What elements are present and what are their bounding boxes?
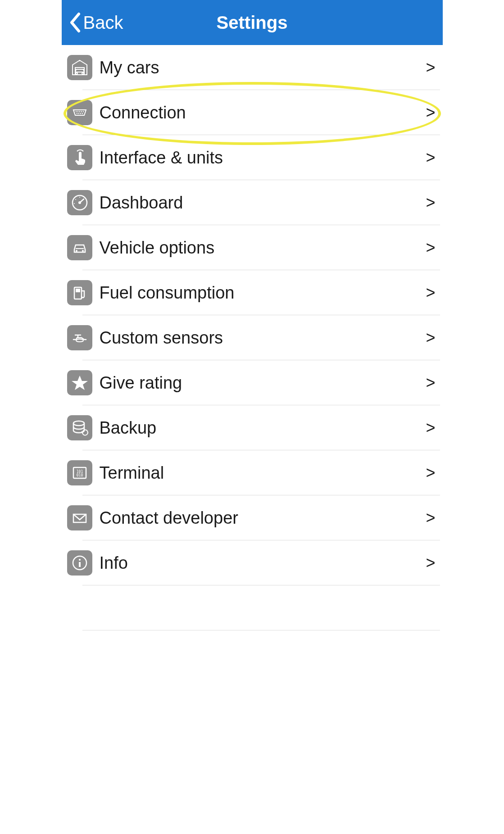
svg-point-8 (82, 113, 82, 114)
svg-point-6 (78, 113, 79, 114)
svg-point-21 (73, 421, 84, 426)
chevron-right-icon: > (426, 58, 438, 77)
row-label: Contact developer (100, 508, 426, 528)
row-terminal[interactable]: 101010 Terminal > (62, 450, 443, 495)
row-interface-units[interactable]: Interface & units > (62, 135, 443, 180)
row-custom-sensors[interactable]: Custom sensors > (62, 315, 443, 360)
info-icon (67, 550, 92, 576)
back-button[interactable]: Back (62, 12, 123, 33)
row-dashboard[interactable]: Dashboard > (62, 180, 443, 225)
car-icon (67, 235, 92, 260)
row-label: Vehicle options (100, 238, 426, 258)
chevron-right-icon: > (426, 238, 438, 257)
chevron-right-icon: > (426, 103, 438, 122)
svg-point-5 (76, 113, 77, 114)
svg-point-20 (76, 339, 83, 342)
row-label: Terminal (100, 463, 426, 483)
row-label: Backup (100, 418, 426, 438)
svg-point-0 (75, 111, 76, 112)
mail-icon (67, 505, 92, 530)
row-label: Custom sensors (100, 328, 426, 348)
fuel-icon (67, 280, 92, 305)
row-label: Connection (100, 103, 426, 122)
row-backup[interactable]: Backup > (62, 405, 443, 450)
chevron-right-icon: > (426, 328, 438, 347)
chevron-right-icon: > (426, 193, 438, 212)
svg-point-14 (74, 203, 75, 204)
chevron-right-icon: > (426, 418, 438, 437)
svg-point-3 (81, 111, 82, 112)
row-connection[interactable]: Connection > (62, 90, 443, 135)
row-info[interactable]: Info > (62, 540, 443, 585)
svg-point-7 (80, 113, 81, 114)
row-label: Interface & units (100, 148, 426, 168)
row-label: Fuel consumption (100, 283, 426, 303)
page-title: Settings (217, 13, 288, 33)
garage-icon (67, 55, 92, 80)
row-label: Info (100, 553, 426, 573)
backup-icon (67, 415, 92, 440)
row-vehicle-options[interactable]: Vehicle options > (62, 225, 443, 270)
row-give-rating[interactable]: Give rating > (62, 360, 443, 405)
obd-icon (67, 100, 92, 125)
svg-point-1 (77, 111, 78, 112)
touch-icon (67, 145, 92, 170)
svg-point-15 (76, 250, 77, 252)
svg-rect-19 (76, 289, 80, 292)
sensor-icon (67, 325, 92, 350)
chevron-right-icon: > (426, 283, 438, 302)
chevron-right-icon: > (426, 373, 438, 392)
row-my-cars[interactable]: My cars > (62, 45, 443, 90)
svg-point-16 (82, 250, 84, 252)
back-label: Back (83, 13, 123, 33)
chevron-right-icon: > (426, 553, 438, 572)
star-icon (67, 370, 92, 395)
svg-point-13 (79, 197, 80, 198)
row-contact-developer[interactable]: Contact developer > (62, 495, 443, 540)
svg-point-4 (82, 111, 83, 112)
svg-point-2 (79, 111, 80, 112)
row-fuel-consumption[interactable]: Fuel consumption > (62, 270, 443, 315)
gauge-icon (67, 190, 92, 215)
chevron-right-icon: > (426, 508, 438, 527)
row-label: Give rating (100, 373, 426, 393)
svg-line-11 (80, 199, 84, 203)
header-bar: Back Settings (62, 0, 443, 45)
chevron-left-icon (68, 12, 82, 33)
svg-point-12 (75, 199, 76, 200)
svg-text:010: 010 (76, 473, 83, 477)
terminal-icon: 101010 (67, 460, 92, 485)
chevron-right-icon: > (426, 148, 438, 167)
row-label: My cars (100, 58, 426, 77)
svg-point-27 (79, 559, 81, 561)
chevron-right-icon: > (426, 463, 438, 482)
divider (82, 630, 440, 630)
settings-list: My cars > Connection > Interface & units… (62, 45, 443, 630)
svg-rect-28 (79, 562, 81, 567)
row-label: Dashboard (100, 193, 426, 213)
